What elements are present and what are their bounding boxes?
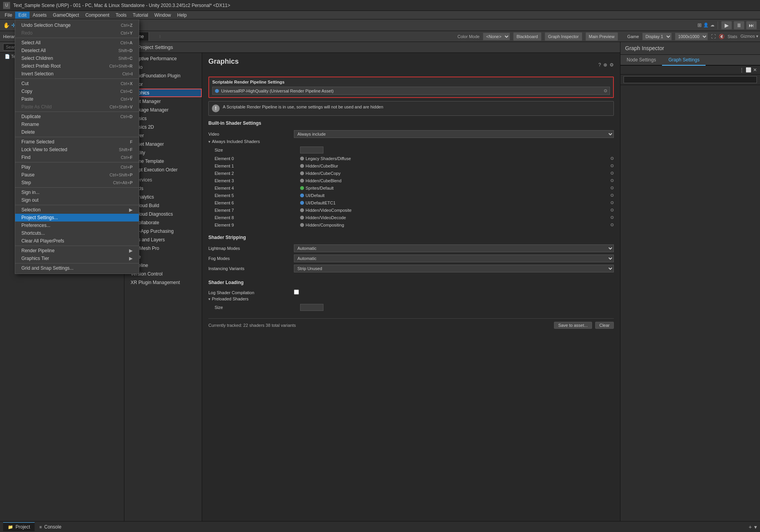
menu-render-pipeline[interactable]: Render Pipeline ▶ — [15, 247, 139, 255]
gi-tab-node-settings[interactable]: Node Settings — [620, 55, 662, 65]
menu-file[interactable]: File — [2, 12, 15, 19]
element-2-select[interactable]: ⊙ — [610, 171, 614, 176]
step-button[interactable]: ⏭ — [746, 21, 757, 30]
ps-header: ⚙ Project Settings — [124, 42, 620, 53]
element-5-icon — [300, 194, 304, 197]
console-tab[interactable]: ≡ Console — [35, 523, 66, 531]
menu-rename[interactable]: Rename — [15, 120, 139, 128]
preloaded-size-input[interactable]: 0 — [300, 304, 323, 311]
element-9-select[interactable]: ⊙ — [610, 222, 614, 227]
menu-frame-selected[interactable]: Frame Selected F — [15, 138, 139, 146]
menu-select-children[interactable]: Select Children Shift+C — [15, 54, 139, 62]
stats-icon[interactable]: Stats — [728, 34, 737, 39]
menu-window[interactable]: Window — [151, 12, 174, 19]
bottom-add-icon[interactable]: + — [749, 524, 752, 530]
graph-inspector-button[interactable]: Graph Inspector — [545, 32, 582, 41]
element-1-select[interactable]: ⊙ — [610, 163, 614, 168]
menu-lock-view[interactable]: Lock View to Selected Shift+F — [15, 146, 139, 153]
menu-find[interactable]: Find Ctrl+F — [15, 153, 139, 161]
menu-graphics-tier[interactable]: Graphics Tier ▶ — [15, 255, 139, 262]
preloaded-foldout[interactable]: ▾ Preloaded Shaders — [208, 297, 614, 301]
element-7-select[interactable]: ⊙ — [610, 208, 614, 213]
menu-deselect-all[interactable]: Deselect All Shift+D — [15, 47, 139, 54]
game-tab[interactable] — [150, 35, 160, 38]
element-0-select[interactable]: ⊙ — [610, 156, 614, 161]
menu-sign-in[interactable]: Sign in... — [15, 188, 139, 196]
clear-button[interactable]: Clear — [595, 322, 614, 329]
video-dropdown[interactable]: Always include — [294, 130, 614, 138]
help-icon[interactable]: ? — [598, 62, 601, 68]
element-3-select[interactable]: ⊙ — [610, 178, 614, 183]
blackboard-button[interactable]: Blackboard — [513, 32, 542, 41]
menu-shortcuts[interactable]: Shortcuts... — [15, 229, 139, 237]
menu-delete[interactable]: Delete — [15, 128, 139, 136]
menu-cut[interactable]: Cut Ctrl+X — [15, 80, 139, 87]
gizmos-icon[interactable]: Gizmos ▾ — [741, 34, 758, 39]
menu-project-settings[interactable]: Project Settings... — [15, 214, 139, 222]
pause-button[interactable]: ⏸ — [734, 21, 744, 30]
menu-pause[interactable]: Pause Ctrl+Shift+P — [15, 171, 139, 179]
copy-shortcut: Ctrl+C — [121, 89, 133, 94]
account-icon[interactable]: 👤 — [703, 23, 709, 28]
menu-tutorial[interactable]: Tutorial — [129, 12, 151, 19]
menu-help[interactable]: Help — [174, 12, 190, 19]
menu-copy[interactable]: Copy Ctrl+C — [15, 87, 139, 95]
fog-dropdown[interactable]: Automatic — [294, 255, 614, 262]
menu-duplicate[interactable]: Duplicate Ctrl+D — [15, 113, 139, 120]
mute-icon[interactable]: 🔇 — [719, 34, 725, 39]
menu-step[interactable]: Step Ctrl+Alt+P — [15, 179, 139, 187]
menu-preferences[interactable]: Preferences... — [15, 222, 139, 229]
menu-assets[interactable]: Assets — [30, 12, 50, 19]
menu-invert-selection[interactable]: Invert Selection Ctrl+I — [15, 70, 139, 78]
ps-item-xr[interactable]: XR Plugin Management — [124, 278, 202, 287]
cloud-icon[interactable]: ☁ — [710, 23, 715, 28]
more-icon[interactable]: ⚙ — [610, 62, 614, 68]
menu-grid-snap[interactable]: Grid and Snap Settings... — [15, 264, 139, 272]
gi-icon-window[interactable]: ⬜ — [746, 67, 751, 73]
hand-tool-icon[interactable]: ✋ — [3, 22, 10, 28]
menu-component[interactable]: Component — [82, 12, 112, 19]
gi-tab-graph-settings[interactable]: Graph Settings — [662, 55, 706, 66]
display-select[interactable]: Display 1 — [642, 33, 672, 40]
save-to-asset-button[interactable]: Save to asset... — [554, 322, 592, 329]
element-5-select[interactable]: ⊙ — [610, 193, 614, 198]
menu-edit[interactable]: Edit — [15, 12, 30, 19]
menu-paste[interactable]: Paste Ctrl+V — [15, 95, 139, 103]
bottom-menu-icon[interactable]: ▾ — [754, 524, 757, 530]
settings-icon-btn[interactable]: ⊕ — [603, 62, 607, 68]
srp-value-row[interactable]: UniversalRP-HighQuality (Universal Rende… — [212, 87, 610, 95]
menu-sign-out[interactable]: Sign out — [15, 196, 139, 204]
element-2-label: Element 2 — [215, 171, 300, 176]
element-6-select[interactable]: ⊙ — [610, 200, 614, 205]
menu-selection[interactable]: Selection ▶ — [15, 206, 139, 214]
gi-icon-dots[interactable]: ⋮ — [739, 67, 744, 73]
menu-tools[interactable]: Tools — [112, 12, 129, 19]
menu-select-all[interactable]: Select All Ctrl+A — [15, 39, 139, 47]
menu-clear-playerprefs[interactable]: Clear All PlayerPrefs — [15, 237, 139, 245]
menu-select-prefab[interactable]: Select Prefab Root Ctrl+Shift+R — [15, 62, 139, 70]
main-preview-button[interactable]: Main Preview — [585, 32, 618, 41]
instancing-dropdown[interactable]: Strip Unused — [294, 265, 614, 272]
resolution-select[interactable]: 1000x1000 — [675, 33, 708, 40]
log-shader-checkbox[interactable] — [294, 290, 299, 295]
always-included-foldout[interactable]: ▾ Always Included Shaders — [208, 139, 614, 144]
gi-search-input[interactable] — [624, 76, 757, 83]
element-4-select[interactable]: ⊙ — [610, 185, 614, 190]
size-input[interactable]: 10 — [300, 147, 323, 153]
element-5-value: UI/Default — [306, 193, 609, 198]
project-tab[interactable]: 📁 Project — [3, 522, 35, 531]
select-all-label: Select All — [21, 40, 114, 45]
paste-as-child-label: Paste As Child — [21, 104, 103, 110]
menu-undo[interactable]: Undo Selection Change Ctrl+Z — [15, 21, 139, 29]
element-8-select[interactable]: ⊙ — [610, 215, 614, 220]
gi-icon-close[interactable]: ✕ — [753, 67, 757, 73]
maximize-icon[interactable]: ⛶ — [711, 34, 716, 39]
element-7-label: Element 7 — [215, 208, 300, 213]
play-button[interactable]: ▶ — [721, 21, 732, 30]
lightmap-dropdown[interactable]: Automatic — [294, 244, 614, 252]
color-mode-select[interactable]: <None> — [483, 33, 510, 40]
srp-end-icon[interactable]: ⊙ — [604, 88, 607, 93]
menu-gameobject[interactable]: GameObject — [50, 12, 82, 19]
element-4-row: Element 4 Sprites/Default ⊙ — [215, 184, 614, 192]
menu-play[interactable]: Play Ctrl+P — [15, 163, 139, 171]
